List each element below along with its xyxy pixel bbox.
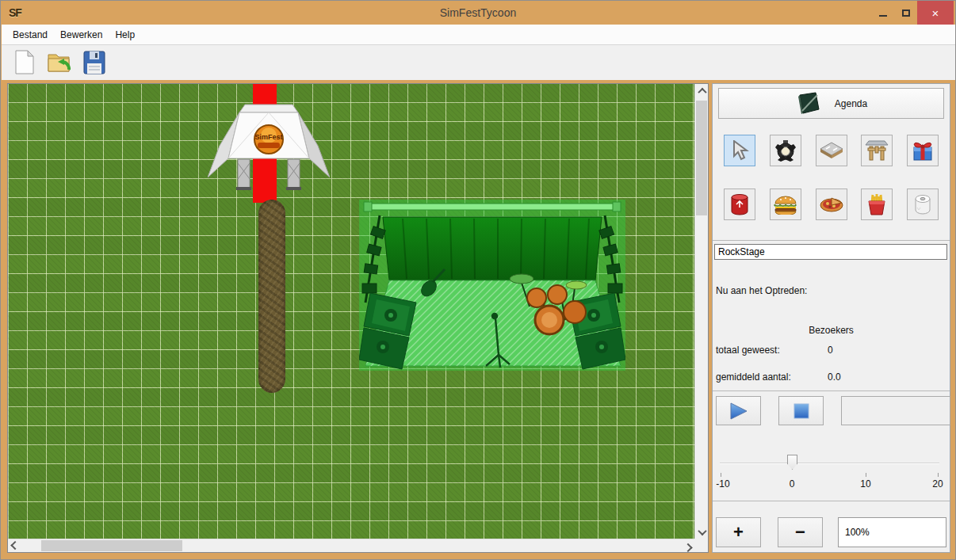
entrance-tent[interactable]: SimFest — [208, 100, 330, 196]
dirt-path[interactable] — [258, 200, 285, 393]
minimize-button[interactable] — [871, 1, 894, 25]
toilet-paper-icon — [912, 193, 933, 215]
scroll-down-button[interactable] — [695, 525, 709, 539]
slider-tick — [866, 473, 866, 477]
save-file-button[interactable] — [81, 48, 108, 77]
play-icon — [728, 402, 749, 421]
menu-help[interactable]: Help — [109, 26, 141, 44]
side-panel: Agenda — [712, 83, 950, 553]
scrollbar-corner — [694, 539, 708, 552]
total-visitors-label: totaal geweest: — [716, 345, 780, 356]
new-file-icon — [14, 50, 35, 75]
average-visitors-label: gemiddeld aantal: — [716, 371, 791, 383]
zoom-section: + − — [713, 501, 950, 551]
tool-gate[interactable] — [861, 135, 893, 166]
average-visitors-value: 0.0 — [828, 371, 841, 383]
tent-leg-right — [286, 159, 301, 190]
play-button[interactable] — [716, 396, 761, 425]
map-canvas-container: SimFest — [7, 83, 709, 553]
maximize-button[interactable] — [894, 1, 917, 25]
menu-bestand[interactable]: Bestand — [6, 26, 54, 44]
stage-truss — [364, 202, 621, 211]
close-button[interactable]: × — [917, 1, 954, 25]
speed-slider-thumb[interactable] — [787, 455, 797, 470]
spotlight-icon — [774, 139, 797, 162]
save-file-icon — [83, 51, 105, 74]
tool-pizza[interactable] — [816, 189, 847, 220]
tent-logo: SimFest — [254, 125, 283, 154]
tool-spotlight[interactable] — [770, 135, 801, 166]
chevron-right-icon — [683, 543, 692, 551]
tool-road-tile[interactable] — [816, 135, 847, 166]
speed-slider-track[interactable] — [720, 463, 939, 464]
open-file-button[interactable] — [46, 48, 73, 77]
tool-trash-can[interactable] — [724, 189, 755, 220]
road-tile-icon — [820, 141, 843, 160]
fries-icon — [866, 193, 887, 215]
agenda-book-icon — [795, 92, 822, 116]
app-window: SF SimFestTycoon × Bestand Bewerken Help — [0, 0, 956, 560]
scroll-up-button[interactable] — [695, 84, 709, 97]
minimize-icon — [879, 15, 887, 17]
visitors-header: Bezoekers — [713, 325, 950, 336]
svg-text:SimFest: SimFest — [254, 133, 282, 141]
tools-section: Agenda — [713, 84, 950, 240]
slider-tick — [721, 473, 721, 477]
menu-bewerken[interactable]: Bewerken — [54, 26, 109, 44]
map-canvas[interactable]: SimFest — [8, 84, 694, 539]
title-bar: SF SimFestTycoon × — [1, 1, 955, 25]
slider-label-ten: 10 — [860, 478, 870, 490]
zoom-level-input[interactable] — [838, 517, 946, 547]
total-visitors-value: 0 — [828, 345, 833, 356]
menu-bar: Bestand Bewerken Help — [2, 25, 956, 45]
stop-button[interactable] — [778, 396, 824, 425]
window-title: SimFestTycoon — [1, 6, 955, 19]
chevron-left-icon — [10, 540, 19, 549]
tool-cursor[interactable] — [724, 135, 755, 166]
new-file-button[interactable] — [11, 48, 38, 77]
playback-section: -10 0 10 20 — [713, 390, 950, 501]
hamburger-icon — [774, 194, 797, 215]
zoom-in-button[interactable]: + — [716, 517, 761, 547]
agenda-button[interactable]: Agenda — [718, 88, 944, 119]
stop-icon — [793, 402, 810, 420]
trash-can-icon — [729, 193, 750, 215]
pizza-icon — [820, 195, 843, 214]
tent-leg-left — [236, 159, 251, 190]
vertical-scrollbar[interactable] — [694, 84, 708, 539]
rock-stage[interactable] — [359, 200, 625, 371]
now-performing-label: Nu aan het Optreden: — [716, 285, 807, 296]
slider-tick — [938, 473, 939, 477]
tool-toilet-paper[interactable] — [907, 189, 939, 220]
stage-curtain — [383, 217, 602, 280]
stage-name-input[interactable] — [714, 244, 947, 260]
tool-gift[interactable] — [907, 135, 939, 166]
scroll-right-button[interactable] — [681, 539, 694, 553]
horizontal-scrollbar[interactable] — [8, 539, 694, 552]
toolbar — [2, 45, 956, 80]
slider-label-min: -10 — [716, 478, 729, 490]
vertical-scrollbar-thumb[interactable] — [696, 101, 707, 215]
tool-fries[interactable] — [861, 189, 893, 220]
horizontal-scrollbar-thumb[interactable] — [41, 540, 182, 551]
zoom-out-button[interactable]: − — [778, 517, 823, 547]
slider-label-twenty: 20 — [932, 478, 943, 490]
tool-hamburger[interactable] — [770, 189, 801, 220]
gift-icon — [912, 139, 934, 162]
agenda-label: Agenda — [835, 98, 867, 109]
chevron-up-icon — [698, 87, 706, 96]
slider-label-zero: 0 — [790, 478, 795, 490]
gate-icon — [865, 139, 889, 162]
status-box — [841, 396, 950, 425]
chevron-down-icon — [698, 526, 706, 535]
open-file-icon — [47, 51, 72, 74]
scroll-left-button[interactable] — [8, 539, 21, 553]
stage-info-section: Nu aan het Optreden: Bezoekers totaal ge… — [713, 240, 950, 390]
maximize-icon — [902, 10, 910, 17]
cursor-icon — [730, 140, 749, 161]
